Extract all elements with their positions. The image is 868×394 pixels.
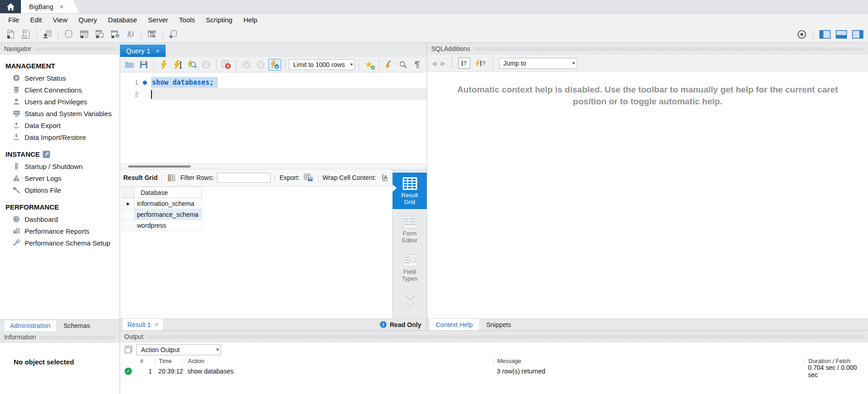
beautify-sql-button[interactable]: [383, 59, 395, 71]
row-marker-icon[interactable]: ▶: [122, 198, 135, 209]
sidebar-item-status-system-variables[interactable]: Status and System Variables: [0, 107, 120, 119]
cell-database[interactable]: performance_schema: [135, 209, 202, 220]
output-log-row[interactable]: ✓ 1 20:39:12 show databases 3 row(s) ret…: [120, 365, 868, 377]
menu-help[interactable]: Help: [238, 16, 263, 24]
forward-icon[interactable]: ▶: [441, 60, 446, 67]
row-selector-header[interactable]: [122, 187, 135, 198]
jump-to-dropdown[interactable]: Jump to ▾: [499, 58, 577, 69]
column-header-database[interactable]: Database: [135, 187, 202, 198]
sidebar-item-data-export[interactable]: Data Export: [0, 119, 120, 131]
sidebar-item-startup-shutdown[interactable]: Startup / Shutdown: [0, 160, 120, 172]
table-row[interactable]: wordpress: [122, 220, 202, 231]
execute-query-button[interactable]: [157, 59, 170, 71]
export-recordset-icon[interactable]: [303, 172, 314, 183]
sidebar-item-dashboard[interactable]: Dashboard: [0, 213, 120, 225]
output-panel: Output Action Output ▾ # Time A: [120, 330, 868, 394]
menu-tools[interactable]: Tools: [174, 16, 201, 24]
toggle-output-area-icon[interactable]: [834, 28, 848, 41]
result-grid-view-button[interactable]: Result Grid: [393, 173, 427, 209]
tab-context-help[interactable]: Context Help: [429, 319, 479, 330]
sidebar-item-users-and-privileges[interactable]: Users and Privileges: [0, 96, 120, 107]
create-function-button[interactable]: f(): [124, 28, 137, 41]
output-type-dropdown[interactable]: Action Output ▾: [136, 344, 221, 355]
server-stack-icon: [12, 86, 20, 93]
open-sql-script-button[interactable]: [19, 28, 33, 41]
sidebar-item-options-file[interactable]: Options File: [0, 184, 120, 196]
create-view-button[interactable]: [93, 28, 106, 41]
toggle-autocommit-button[interactable]: [268, 59, 281, 71]
execute-current-statement-button[interactable]: [172, 59, 184, 71]
new-query-tab-button[interactable]: [4, 28, 17, 41]
create-table-button[interactable]: [77, 28, 91, 41]
search-table-data-button[interactable]: [145, 28, 159, 41]
connection-tab-bigbang[interactable]: BigBang ×: [21, 0, 79, 13]
row-selector[interactable]: [122, 209, 135, 220]
collapse-panel-control[interactable]: [404, 295, 415, 307]
menu-file[interactable]: File: [3, 16, 25, 24]
home-tab[interactable]: [0, 0, 21, 13]
sidebar-item-server-status[interactable]: Server Status: [0, 72, 120, 84]
close-icon[interactable]: ×: [60, 3, 64, 10]
sidebar-item-label: Server Status: [25, 74, 66, 82]
export-icon: [12, 122, 20, 129]
toolbar-separator: [153, 59, 154, 70]
tab-schemas[interactable]: Schemas: [58, 320, 96, 331]
context-help-caret-button[interactable]: ?: [458, 57, 470, 69]
cell-database[interactable]: wordpress: [135, 220, 202, 231]
tab-snippets[interactable]: Snippets: [480, 319, 517, 330]
table-row[interactable]: performance_schema: [122, 209, 202, 220]
cell-database[interactable]: information_schema: [135, 198, 202, 209]
find-icon[interactable]: [397, 59, 409, 71]
statement-marker-icon: [138, 81, 151, 85]
close-icon[interactable]: ×: [156, 48, 159, 54]
toggle-left-sidebar-icon[interactable]: [818, 28, 832, 41]
editor-line-2[interactable]: 2: [120, 88, 427, 100]
menu-edit[interactable]: Edit: [25, 16, 47, 24]
wrap-cell-content-icon[interactable]: ĪA: [379, 172, 390, 183]
menu-query[interactable]: Query: [73, 16, 102, 24]
explain-plan-button[interactable]: [186, 59, 198, 71]
toolbar-separator: [358, 59, 359, 70]
tab-administration[interactable]: Administration: [4, 320, 57, 331]
toggle-right-sidebar-icon[interactable]: [851, 28, 864, 41]
create-procedure-button[interactable]: [108, 28, 122, 41]
toggle-automatic-context-help-button[interactable]: ?: [474, 57, 487, 69]
menu-database[interactable]: Database: [102, 16, 142, 24]
filter-rows-input[interactable]: [217, 173, 271, 183]
sidebar-item-performance-reports[interactable]: Performance Reports: [0, 225, 120, 237]
limit-rows-dropdown[interactable]: Limit to 1000 rows ▾: [289, 59, 355, 70]
tab-query-1[interactable]: Query 1 ×: [120, 45, 166, 57]
sql-editor[interactable]: 1 show databases; 2: [120, 72, 427, 164]
sidebar-item-label: Startup / Shutdown: [25, 163, 83, 170]
menu-scripting[interactable]: Scripting: [201, 16, 238, 24]
menu-server[interactable]: Server: [142, 16, 173, 24]
grid-columns-icon[interactable]: [166, 172, 177, 183]
scrollbar-thumb[interactable]: [128, 165, 191, 168]
sidebar-item-server-logs[interactable]: Server Logs: [0, 172, 120, 184]
editor-line-1[interactable]: 1 show databases;: [120, 77, 427, 88]
reconnect-dbms-button[interactable]: [167, 28, 180, 41]
save-snippet-button[interactable]: ★: [363, 59, 375, 71]
open-script-button[interactable]: [123, 59, 136, 71]
sidebar-item-data-import-restore[interactable]: Data Import/Restore: [0, 131, 120, 143]
tab-result-1[interactable]: Result 1 ×: [123, 319, 163, 330]
back-icon[interactable]: ◀: [432, 60, 437, 67]
editor-horizontal-scrollbar[interactable]: [120, 164, 427, 169]
close-icon[interactable]: ×: [155, 322, 158, 327]
toggle-invisible-characters-icon[interactable]: [411, 59, 424, 71]
sidebar-item-client-connections[interactable]: Client Connections: [0, 84, 120, 96]
create-schema-button[interactable]: [62, 28, 76, 41]
field-types-view-button[interactable]: Field Types: [393, 250, 427, 286]
save-script-button[interactable]: [137, 59, 150, 71]
connections-button[interactable]: [40, 28, 54, 41]
help-icon[interactable]: [795, 28, 808, 41]
text-caret: [151, 90, 152, 99]
result-grid-table: Database ▶ information_schema performanc…: [122, 187, 202, 231]
toggle-stop-on-error-button[interactable]: [220, 59, 232, 71]
sidebar-item-performance-schema-setup[interactable]: Performance Schema Setup: [0, 237, 120, 249]
sidebar-item-label: Status and System Variables: [25, 110, 111, 118]
menu-view[interactable]: View: [47, 16, 73, 24]
row-selector[interactable]: [122, 220, 135, 231]
form-editor-view-button[interactable]: Form Editor: [393, 212, 427, 247]
table-row[interactable]: ▶ information_schema: [122, 198, 202, 209]
